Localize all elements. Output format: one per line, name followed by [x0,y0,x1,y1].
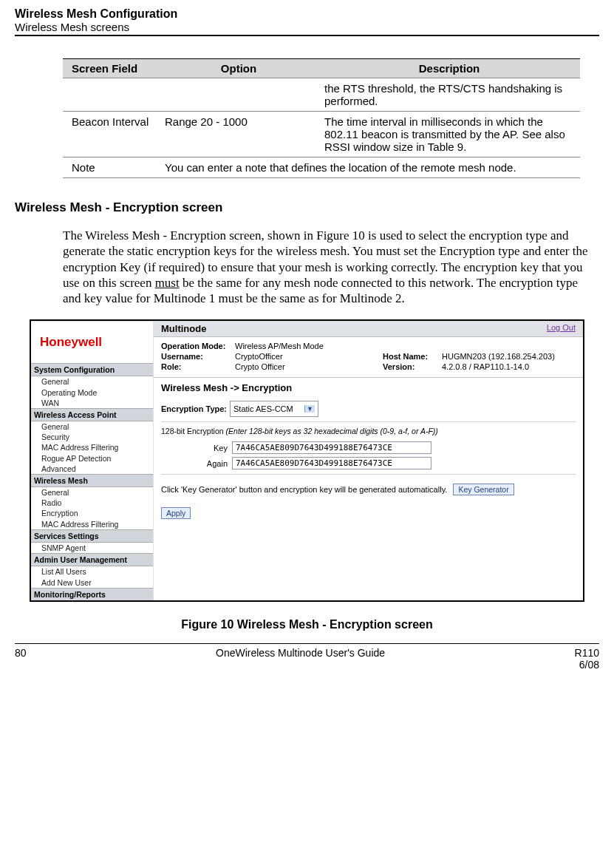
info-label: Version: [383,362,442,371]
footer-right-2: 6/08 [579,659,599,671]
nav-item[interactable]: General [31,487,153,498]
table-header-field: Screen Field [63,59,159,78]
nav-item[interactable]: Add New User [31,577,153,588]
nav-item[interactable]: MAC Address Filtering [31,519,153,529]
encryption-type-label: Encryption Type: [161,404,230,413]
key-input[interactable]: 7A46CA5AE809D7643D499188E76473CE [232,441,431,454]
info-label: Host Name: [383,352,442,361]
table-cell: the RTS threshold, the RTS/CTS handshaki… [318,78,580,112]
para-underline: must [155,276,180,290]
key-label: Key [161,444,232,452]
screenshot-figure: Honeywell System Configuration General O… [30,319,584,602]
section-paragraph: The Wireless Mesh - Encryption screen, s… [63,228,588,306]
footer-right-1: R110 [575,647,599,659]
nav-item[interactable]: System Status [31,601,153,602]
encryption-form: Encryption Type: Static AES-CCM ▼ 128-bi… [154,395,583,522]
figure-caption: Figure 10 Wireless Mesh - Encryption scr… [15,618,599,631]
table-row: the RTS threshold, the RTS/CTS handshaki… [63,78,580,112]
info-value: 4.2.0.8 / RAP110.1-14.0 [442,362,576,371]
nav-item[interactable]: Rogue AP Detection [31,453,153,464]
nav-item[interactable]: Encryption [31,508,153,518]
key-again-input[interactable]: 7A46CA5AE809D7643D499188E76473CE [232,457,431,469]
keyspec-text: 128-bit Encryption [161,427,226,435]
chevron-down-icon: ▼ [304,405,315,413]
nav-item[interactable]: Advanced [31,464,153,474]
footer-center: OneWireless Multinode User's Guide [216,647,385,671]
divider [161,421,576,422]
nav-item[interactable]: Security [31,432,153,442]
band-title: Multinode [161,323,206,334]
info-value: Crypto Officer [235,362,383,371]
screenshot-sidebar: Honeywell System Configuration General O… [31,321,153,600]
info-label: Role: [161,362,235,371]
info-label: Operation Mode: [161,342,235,350]
again-label: Again [161,459,232,468]
info-grid: Operation Mode: Wireless AP/Mesh Mode Us… [154,337,583,378]
table-cell [159,78,318,112]
table-header-desc: Description [318,59,580,78]
nav-group: Monitoring/Reports [31,588,153,601]
page-footer: 80 OneWireless Multinode User's Guide R1… [15,643,599,671]
select-value: Static AES-CCM [233,404,293,413]
table-cell: Range 20 - 1000 [159,112,318,157]
divider [161,474,576,475]
table-cell: The time interval in milliseconds in whi… [318,112,580,157]
screenshot-main: Multinode Log Out Operation Mode: Wirele… [153,321,583,600]
table-row: Note You can enter a note that defines t… [63,157,580,178]
section-heading: Wireless Mesh - Encryption screen [15,200,599,215]
nav-item[interactable]: Radio [31,498,153,508]
logout-link[interactable]: Log Out [547,323,576,334]
page-header-subtitle: Wireless Mesh screens [15,21,599,33]
nav-item[interactable]: SNMP Agent [31,543,153,553]
content-section-title: Wireless Mesh -> Encryption [154,378,583,395]
nav-item[interactable]: General [31,421,153,432]
info-value: Wireless AP/Mesh Mode [235,342,383,350]
info-value: HUGMN203 (192.168.254.203) [442,352,576,361]
table-cell: You can enter a note that defines the lo… [159,157,580,178]
key-spec-note: 128-bit Encryption (Enter 128-bit keys a… [161,427,576,435]
nav-group: Wireless Access Point [31,408,153,421]
header-rule [15,35,599,36]
apply-button[interactable]: Apply [161,507,191,519]
info-value: CryptoOfficer [235,352,383,361]
nav-group: Admin User Management [31,553,153,566]
encryption-type-select[interactable]: Static AES-CCM ▼ [230,401,318,417]
keyspec-italic: (Enter 128-bit keys as 32 hexadecimal di… [226,427,438,435]
nav-group: Wireless Mesh [31,474,153,487]
nav-group: Services Settings [31,529,153,543]
parameter-table: Screen Field Option Description the RTS … [63,58,580,178]
page-header-title: Wireless Mesh Configuration [15,7,599,21]
table-cell: Beacon Interval [63,112,159,157]
table-row: Beacon Interval Range 20 - 1000 The time… [63,112,580,157]
info-label: Username: [161,352,235,361]
sidebar-nav: System Configuration General Operating M… [31,363,153,602]
key-generator-button[interactable]: Key Generator [453,484,514,495]
nav-item[interactable]: MAC Address Filtering [31,442,153,452]
nav-item[interactable]: General [31,376,153,387]
nav-item[interactable]: Operating Mode [31,387,153,398]
table-cell [63,78,159,112]
nav-item[interactable]: WAN [31,398,153,408]
keygen-text: Click 'Key Generator' button and encrypt… [161,485,447,494]
nav-item[interactable]: List All Users [31,566,153,577]
screenshot-band: Multinode Log Out [154,321,583,337]
table-cell: Note [63,157,159,178]
honeywell-logo: Honeywell [31,322,153,363]
table-header-option: Option [159,59,318,78]
nav-group: System Configuration [31,363,153,376]
footer-page-number: 80 [15,647,27,671]
